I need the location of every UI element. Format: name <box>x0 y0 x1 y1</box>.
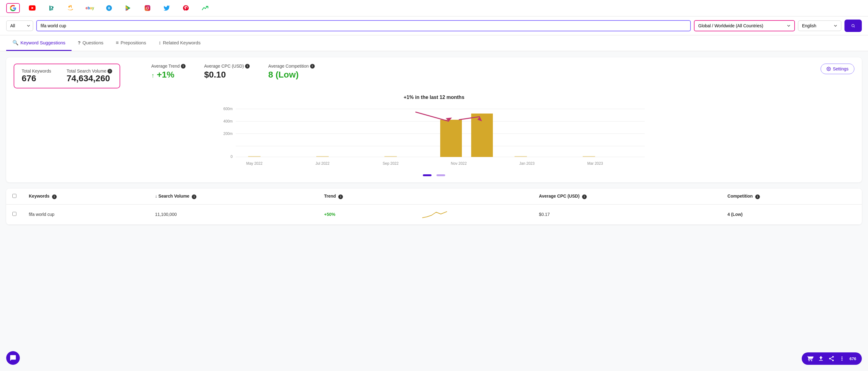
engine-trends[interactable] <box>198 3 212 13</box>
th-trend-mini <box>416 189 533 204</box>
row-competition: 4 (Low) <box>721 204 862 225</box>
svg-rect-22 <box>316 156 329 157</box>
engine-pinterest[interactable] <box>179 3 193 13</box>
row-search-volume: 11,100,000 <box>149 204 318 225</box>
engine-bing[interactable] <box>44 3 58 13</box>
total-search-volume-info-icon[interactable]: i <box>107 69 112 74</box>
table-header: Keywords i ↓ Search Volume i Trend i Ave… <box>6 189 862 204</box>
tab-prepositions[interactable]: ≡ Prepositions <box>110 35 152 51</box>
language-chevron-icon <box>834 24 837 28</box>
engine-toolbar: ebay <box>0 0 868 17</box>
legend-item-2 <box>436 174 445 176</box>
chart-svg: 600m 400m 200m 0 May 2022 Jul 2022 Sep 2… <box>13 103 855 171</box>
tab-keyword-suggestions-label: Keyword Suggestions <box>21 40 65 45</box>
engine-instagram[interactable] <box>141 3 154 13</box>
chart-legend <box>13 174 855 176</box>
legend-color-1 <box>423 174 432 176</box>
location-select[interactable]: Global / Worldwide (All Countries) Unite… <box>698 23 785 28</box>
total-keywords-stat: Total Keywords 676 <box>22 68 51 83</box>
average-competition-info-icon[interactable]: i <box>310 64 315 68</box>
settings-gear-icon <box>827 67 831 71</box>
tab-questions-label: Questions <box>83 40 103 45</box>
legend-color-2 <box>436 174 445 176</box>
svg-text:Nov 2022: Nov 2022 <box>451 161 467 166</box>
average-trend-label: Average Trend i <box>151 64 186 68</box>
stats-group: Total Keywords 676 Total Search Volume i… <box>13 64 820 88</box>
average-trend-value: ↑ +1% <box>151 70 186 80</box>
tab-questions[interactable]: ? Questions <box>71 35 110 51</box>
engine-google[interactable] <box>6 3 20 13</box>
engine-youtube[interactable] <box>25 3 39 13</box>
stats-keywords-volume-group: Total Keywords 676 Total Search Volume i… <box>13 64 120 88</box>
total-keywords-value: 676 <box>22 74 51 83</box>
trend-sparkline <box>422 209 447 219</box>
row-checkbox[interactable] <box>12 212 17 216</box>
chart-annotation: +1% in the last 12 months <box>13 95 855 100</box>
questions-icon: ? <box>78 40 81 45</box>
related-keywords-icon: ↕ <box>159 40 161 46</box>
tab-related-keywords-label: Related Keywords <box>163 40 201 45</box>
svg-text:Jul 2022: Jul 2022 <box>315 161 330 166</box>
engine-amazon[interactable] <box>64 3 78 13</box>
row-trend-value: +50% <box>324 212 335 217</box>
total-search-volume-label: Total Search Volume i <box>67 68 112 74</box>
engine-ebay[interactable]: ebay <box>83 3 97 13</box>
svg-line-4 <box>854 26 855 27</box>
total-keywords-label: Total Keywords <box>22 68 51 74</box>
select-all-checkbox[interactable] <box>12 194 17 198</box>
average-cpc-stat: Average CPC (USD) i $0.10 <box>204 64 250 80</box>
search-volume-col-info-icon[interactable]: i <box>192 195 196 199</box>
data-table-wrap: Keywords i ↓ Search Volume i Trend i Ave… <box>6 189 862 225</box>
engine-playstore[interactable] <box>121 3 135 13</box>
average-trend-info-icon[interactable]: i <box>181 64 186 68</box>
keyword-suggestions-icon: 🔍 <box>12 40 19 46</box>
svg-point-2 <box>149 6 149 7</box>
search-button[interactable] <box>844 20 862 32</box>
average-cpc-value: $0.10 <box>204 70 250 80</box>
tab-keyword-suggestions[interactable]: 🔍 Keyword Suggestions <box>6 35 71 51</box>
engine-twitter[interactable] <box>160 3 174 13</box>
average-trend-stat: Average Trend i ↑ +1% <box>151 64 186 80</box>
th-search-volume: ↓ Search Volume i <box>149 189 318 204</box>
keyword-input-wrap <box>36 20 691 31</box>
svg-text:Jan 2023: Jan 2023 <box>519 161 535 166</box>
total-search-volume-value: 74,634,260 <box>67 74 112 83</box>
row-avg-cpc: $0.17 <box>533 204 721 225</box>
svg-rect-0 <box>145 5 150 11</box>
svg-rect-26 <box>440 120 462 157</box>
average-competition-label: Average Competition i <box>268 64 314 68</box>
keyword-input[interactable] <box>40 23 686 28</box>
svg-text:Sep 2022: Sep 2022 <box>382 161 399 166</box>
svg-text:Mar 2023: Mar 2023 <box>587 161 603 166</box>
location-select-wrap: Global / Worldwide (All Countries) Unite… <box>694 20 795 31</box>
location-chevron-icon <box>787 24 790 28</box>
average-cpc-info-icon[interactable]: i <box>245 64 250 68</box>
svg-rect-23 <box>384 156 397 157</box>
language-select[interactable]: English Spanish French <box>802 23 832 28</box>
svg-point-5 <box>828 68 830 69</box>
type-select-wrap: All Exact Phrase Broad <box>6 21 33 31</box>
type-select[interactable]: All Exact Phrase Broad <box>6 21 33 31</box>
average-competition-stat: Average Competition i 8 (Low) <box>268 64 314 80</box>
prepositions-icon: ≡ <box>116 40 119 46</box>
table-body: fifa world cup 11,100,000 +50% $0.17 4 (… <box>6 204 862 225</box>
avg-cpc-col-info-icon[interactable]: i <box>582 195 587 199</box>
svg-text:400m: 400m <box>223 119 232 123</box>
svg-text:600m: 600m <box>223 107 232 111</box>
row-keyword: fifa world cup <box>23 204 149 225</box>
search-icon <box>851 23 855 29</box>
svg-text:200m: 200m <box>223 132 232 136</box>
keyword-table: Keywords i ↓ Search Volume i Trend i Ave… <box>6 189 862 225</box>
settings-button[interactable]: Settings <box>820 64 855 74</box>
trend-col-info-icon[interactable]: i <box>338 195 343 199</box>
keywords-col-info-icon[interactable]: i <box>52 195 57 199</box>
tab-prepositions-label: Prepositions <box>121 40 146 45</box>
engine-appstore[interactable] <box>102 3 116 13</box>
stats-top: Total Keywords 676 Total Search Volume i… <box>13 64 855 88</box>
competition-col-info-icon[interactable]: i <box>755 195 760 199</box>
svg-rect-21 <box>248 156 260 157</box>
svg-text:0: 0 <box>230 154 232 159</box>
average-cpc-label: Average CPC (USD) i <box>204 64 250 68</box>
tab-related-keywords[interactable]: ↕ Related Keywords <box>152 35 207 51</box>
chart-area: +1% in the last 12 months 600m 400m 200m… <box>13 95 855 176</box>
